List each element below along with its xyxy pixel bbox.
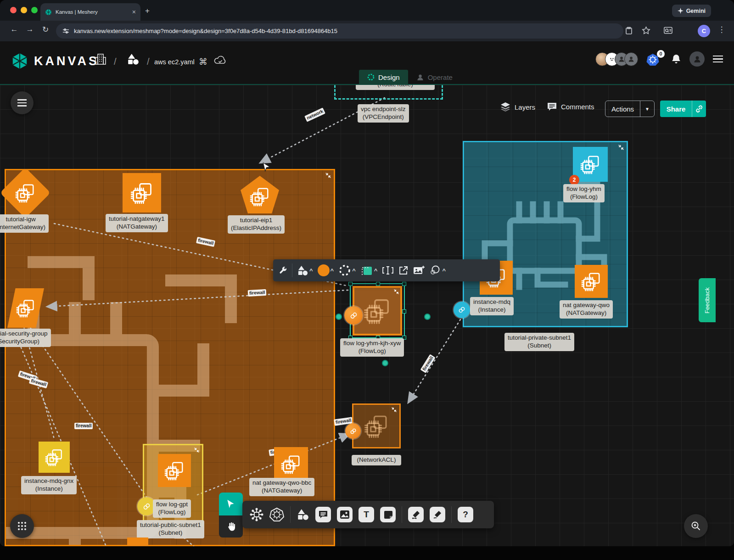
kubernetes-context-button[interactable]: 0 [646,52,663,67]
image-tool-button[interactable] [337,507,353,522]
collaborator-avatar-generic2[interactable] [624,52,638,66]
node-link-handle[interactable] [344,306,363,325]
edge-endpoint-dot[interactable] [382,360,388,366]
add-image-icon[interactable] [413,265,425,275]
resize-handle-ne[interactable] [402,282,406,286]
reading-list-icon[interactable] [664,27,672,35]
designs-icon[interactable] [127,53,140,65]
browser-titlebar: Kanvas | Meshery × + Gemini [0,0,734,21]
back-button[interactable]: ← [8,25,20,34]
save-icon[interactable] [625,27,633,35]
node-instance-gnx[interactable] [39,442,70,473]
notifications-bell-icon[interactable] [671,54,681,65]
kubernetes-tool-icon[interactable] [269,507,284,522]
close-window-button[interactable] [10,7,17,13]
canvas-menu-button[interactable] [11,91,34,114]
border-style-button[interactable]: ^ [338,264,356,277]
layers-button[interactable]: Layers [500,102,535,112]
mouse-cursor [262,162,272,172]
resize-handle-nw[interactable] [348,282,353,286]
dock-toolbar: T ? [242,501,494,528]
comments-button[interactable]: Comments [547,102,594,111]
node-natgateway1[interactable] [123,173,161,213]
hand-tool-icon [226,521,236,532]
shapes-tool-button[interactable]: ^ [297,265,313,276]
resize-handle-n[interactable] [376,282,380,286]
browser-tab[interactable]: Kanvas | Meshery × [40,3,140,21]
node-label-security-group: tutorial-security-group(SecurityGroup) [0,329,51,347]
organization-icon[interactable] [95,53,106,65]
help-button[interactable]: ? [458,507,473,522]
site-settings-icon[interactable] [62,28,69,34]
comments-icon [547,102,557,111]
collapse-group-icon[interactable] [194,447,200,453]
reload-button[interactable]: ↻ [39,25,51,34]
region-link-handle[interactable] [454,302,470,318]
node-natgateway-qwo[interactable] [575,265,608,298]
edge-endpoint-dot[interactable] [336,314,342,320]
share-link-icon[interactable] [692,105,706,112]
cloud-sync-icon[interactable] [214,55,227,65]
dock-divider [451,506,452,523]
operate-mode-icon [416,73,424,81]
edge-tool-button[interactable] [408,507,424,522]
tab-close-icon[interactable]: × [132,8,136,16]
note-tool-button[interactable] [380,507,396,522]
node-natgateway-bbc[interactable] [274,447,308,481]
shapes-tool-icon[interactable] [297,509,309,521]
collapse-node-icon[interactable] [393,289,399,295]
collapse-node-icon[interactable] [391,407,397,413]
lasso-tool-button[interactable]: ^ [429,265,446,276]
fill-color-swatch [318,264,330,276]
rename-field-icon[interactable] [382,265,394,275]
zoom-button[interactable] [684,514,708,538]
node-label-eip1: tutorial-eip1(ElasticIPAddress) [228,215,285,234]
share-button[interactable]: Share [660,101,706,117]
bookmark-star-icon[interactable] [642,26,650,35]
freehand-tool-button[interactable] [430,507,445,522]
actions-button[interactable]: Actions ▼ [605,101,655,117]
tab-operate[interactable]: Operate [408,70,461,84]
comment-tool-button[interactable] [315,507,331,522]
kanvas-header: KANVAS / / aws ec2.yaml ⌘ Design Operate [0,41,734,85]
actions-caret-icon[interactable]: ▼ [640,106,654,112]
select-tool-button[interactable] [219,493,243,515]
tools-wrench-icon[interactable] [279,266,287,275]
header-menu-icon[interactable] [713,56,723,63]
shortcut-command-icon[interactable]: ⌘ [199,56,207,67]
collaborator-avatars[interactable] [595,52,638,66]
components-tool-icon[interactable] [250,508,263,521]
edge-endpoint-dot[interactable] [424,314,431,320]
kanvas-logo[interactable]: KANVAS [11,52,99,70]
shape-fill-button[interactable]: ^ [360,264,378,277]
dashed-circle-icon [338,264,351,277]
design-canvas[interactable]: network firewall firewall firewall firew… [0,85,734,546]
node-label-vpc-endpoint: vpc endpoint-slz(VPCEndpoint) [358,104,409,123]
text-tool-button[interactable]: T [359,507,374,522]
node-flowlog-gpt[interactable] [158,454,191,487]
link-icon [458,306,465,314]
gemini-button[interactable]: Gemini [672,5,711,17]
feedback-tab[interactable]: Feedback [699,278,716,322]
resize-handle-e[interactable] [402,309,406,314]
minimize-window-button[interactable] [21,7,27,13]
browser-profile-avatar[interactable]: C [698,25,710,37]
forward-button[interactable]: → [24,25,36,34]
fill-color-button[interactable]: ^ [318,264,334,276]
open-external-icon[interactable] [398,265,409,275]
tab-title: Kanvas | Meshery [56,9,129,15]
node-network-acl[interactable] [352,403,401,448]
user-avatar-button[interactable] [689,51,705,67]
grid-icon [17,521,27,531]
cursor-tool-icon [226,499,236,509]
zoom-window-button[interactable] [31,7,38,13]
node-link-handle[interactable] [345,423,361,439]
apps-grid-button[interactable] [10,514,34,538]
edge-label: firewall [248,289,267,297]
new-tab-button[interactable]: + [145,6,150,16]
design-file-name[interactable]: aws ec2.yaml [154,58,195,66]
pan-tool-button[interactable] [219,515,243,538]
browser-menu-icon[interactable]: ⋮ [716,25,728,34]
address-bar[interactable]: kanvas.new/extension/meshmap?mode=design… [56,23,623,39]
tab-design[interactable]: Design [359,70,408,84]
